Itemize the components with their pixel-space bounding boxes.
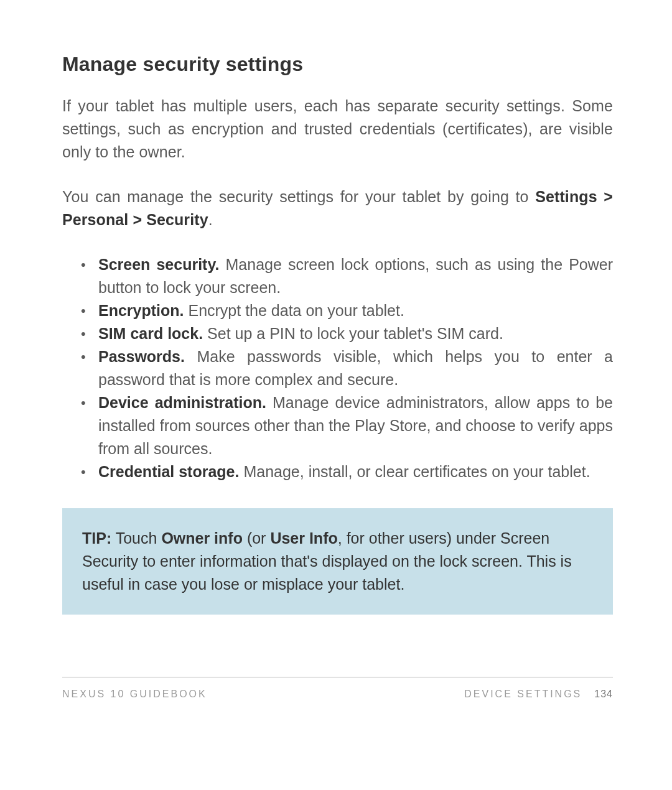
tip-label: TIP: [82, 529, 111, 547]
intro-paragraph-1: If your tablet has multiple users, each … [62, 95, 613, 164]
item-title: Screen security. [98, 256, 219, 273]
tip-text: Touch [111, 529, 161, 547]
tip-text: (or [243, 529, 270, 547]
item-title: Encryption. [98, 302, 184, 319]
tip-user-info: User Info [270, 529, 337, 547]
para2-post: . [208, 211, 213, 228]
page-footer: NEXUS 10 GUIDEBOOK DEVICE SETTINGS134 [62, 677, 613, 700]
list-item: Device administration. Manage device adm… [81, 391, 613, 460]
item-title: SIM card lock. [98, 325, 203, 342]
footer-section: DEVICE SETTINGS [464, 689, 582, 699]
list-item: Passwords. Make passwords visible, which… [81, 345, 613, 391]
tip-owner-info: Owner info [161, 529, 243, 547]
list-item: Screen security. Manage screen lock opti… [81, 253, 613, 299]
intro-paragraph-2: You can manage the security settings for… [62, 185, 613, 231]
list-item: Encryption. Encrypt the data on your tab… [81, 299, 613, 322]
item-desc: Set up a PIN to lock your tablet's SIM c… [203, 325, 503, 342]
item-title: Credential storage. [98, 463, 239, 480]
security-settings-list: Screen security. Manage screen lock opti… [62, 253, 613, 483]
footer-book-title: NEXUS 10 GUIDEBOOK [62, 689, 207, 700]
section-heading: Manage security settings [62, 53, 613, 76]
item-title: Passwords. [98, 348, 185, 365]
tip-box: TIP: Touch Owner info (or User Info, for… [62, 508, 613, 615]
item-desc: Encrypt the data on your tablet. [184, 302, 404, 319]
footer-right: DEVICE SETTINGS134 [464, 689, 613, 700]
item-desc: Manage, install, or clear certificates o… [239, 463, 590, 480]
para2-pre: You can manage the security settings for… [62, 188, 535, 205]
document-page: Manage security settings If your tablet … [0, 0, 672, 790]
list-item: SIM card lock. Set up a PIN to lock your… [81, 322, 613, 345]
list-item: Credential storage. Manage, install, or … [81, 460, 613, 483]
page-number: 134 [594, 689, 613, 699]
item-title: Device administration. [98, 394, 266, 411]
